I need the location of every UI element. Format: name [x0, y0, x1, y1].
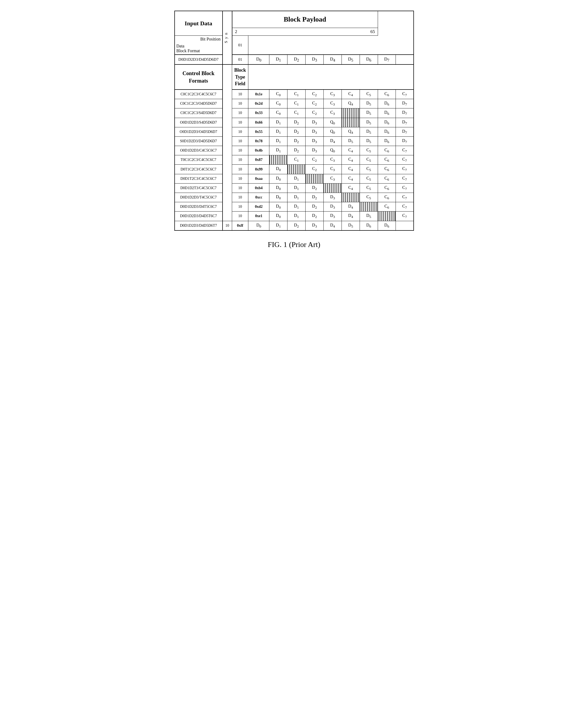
cbf-c2-1: C2	[306, 99, 324, 108]
cbf-c3-0: C3	[323, 89, 341, 99]
cbf-d7-3: D7	[396, 118, 414, 127]
cbf-c1-2: C1	[288, 108, 306, 118]
cbf-d0-11: D0	[269, 193, 288, 202]
cbf-syn-0: 10	[232, 89, 248, 99]
cbf-hex-0: 0x1e	[248, 89, 269, 99]
cbf-c4-9: C4	[341, 174, 360, 183]
cbf-c6-11: C6	[378, 193, 396, 202]
d4-cell: D4	[323, 55, 341, 64]
cbf-row-7: T0C1C2C3/C4C5C6C7 10 0x87 C1 C2 C3 C4 C5…	[175, 155, 414, 165]
main-table: Input Data S y n Block Payload 2 65	[174, 11, 414, 231]
cbf-d0-12: D0	[269, 202, 288, 211]
cbf-d4-14: D4	[323, 221, 341, 230]
cbf-hex-9: 0xaa	[248, 174, 269, 183]
cbf-d7-1: D7	[396, 99, 414, 108]
cbf-d3-11: D3	[323, 193, 341, 202]
cbf-syn-7: 10	[232, 155, 248, 165]
cbf-c7-12: C7	[396, 202, 414, 211]
cbf-d0-13: D0	[269, 211, 288, 221]
input-data-cell: Input Data	[175, 11, 223, 36]
cbf-d2-14: D2	[288, 221, 306, 230]
cbf-row-3: O0D1D2D3/S4D5D6D7 10 0x66 D1 D2 D3 Q0 D5…	[175, 118, 414, 127]
cbf-row-6: O0D1D2D3/C4C5C6C7 10 0x4b D1 D2 D3 Q0 C4…	[175, 146, 414, 155]
cbf-c5-10: C5	[360, 183, 378, 193]
cbf-d7-14: D6	[378, 221, 396, 230]
cbf-hex-3: 0x66	[248, 118, 269, 127]
cbf-d7-4: D7	[396, 127, 414, 136]
header-row-3: Bit Position 01	[175, 36, 414, 43]
cbf-c2-8: C2	[306, 165, 324, 174]
cbf-c3-1: C3	[323, 99, 341, 108]
cbf-row-2: C0C1C2C3/S4D5D6D7 10 0x33 C0 C1 C2 C3 D5…	[175, 108, 414, 118]
block-payload-cell: Block Payload	[232, 11, 378, 28]
cbf-c0-2: C0	[269, 108, 288, 118]
cbf-d3-5: D3	[306, 136, 324, 146]
cbf-row-0: C0C1C2C3/C4C5C6C7 10 0x1e C0 C1 C2 C3 C4…	[175, 89, 414, 99]
cbf-c6-12: C6	[378, 202, 396, 211]
cbf-c5-0: C5	[360, 89, 378, 99]
cbf-row-1: C0C1C2C3/O4D5D6D7 10 0x2d C0 C1 C2 C3 Q4…	[175, 99, 414, 108]
cbf-row-10: D0D1D2T3/C4C5C6C7 10 0xb4 D0 D1 D2 C4 C5…	[175, 183, 414, 193]
cbf-d2-4: D2	[288, 127, 306, 136]
cbf-d5-13: D5	[360, 211, 378, 221]
cbf-c7-9: C7	[396, 174, 414, 183]
cbf-c3-8: C3	[323, 165, 341, 174]
cbf-d3-13: D3	[323, 211, 341, 221]
cbf-label-1: C0C1C2C3/O4D5D6D7	[175, 99, 223, 108]
cbf-stripe-t4-11	[341, 193, 360, 202]
data-row-syn: 01	[232, 55, 248, 64]
cbf-syn-10: 10	[232, 183, 248, 193]
cbf-d0-14: D0	[248, 221, 269, 230]
inner-pos-row: 2 65	[232, 28, 378, 36]
bit-position-cell: Bit Position	[175, 36, 223, 43]
cbf-row-13: D0D1D2D3/D4D5T6C7 10 0xe1 D0 D1 D2 D3 D4…	[175, 211, 414, 221]
cbf-d1-10: D1	[288, 183, 306, 193]
cbf-q0-6: Q0	[323, 146, 341, 155]
cbf-syn-8: 10	[232, 165, 248, 174]
pos-65-cell: 65	[362, 28, 378, 36]
cbf-hex-14: 0xff	[232, 221, 248, 230]
control-block-row: Control BlockFormats BlockTypeField	[175, 64, 414, 77]
cbf-d6-3: D6	[378, 118, 396, 127]
cbf-d5b-5: D5	[360, 136, 378, 146]
cbf-c5-9: C5	[360, 174, 378, 183]
cbf-d1-5: D1	[269, 136, 288, 146]
cbf-label-11: D0D1D2D3/T4C5C6C7	[175, 193, 223, 202]
cbf-row-11: D0D1D2D3/T4C5C6C7 10 0xcc D0 D1 D2 D3 C5…	[175, 193, 414, 202]
cbf-c1-0: C1	[288, 89, 306, 99]
cbf-syn-1: 10	[232, 99, 248, 108]
cbf-d4-12: D4	[341, 202, 360, 211]
cbf-hex-2: 0x33	[248, 108, 269, 118]
syn-header-cell: S y n	[223, 11, 232, 64]
cbf-label-7: T0C1C2C3/C4C5C6C7	[175, 155, 223, 165]
cbf-c4-6: C4	[341, 146, 360, 155]
cbf-stripe-t6-13	[378, 211, 396, 221]
cbf-d1-6: D1	[269, 146, 288, 155]
cbf-stripe-t5-12	[360, 202, 378, 211]
cbf-c5-8: C5	[360, 165, 378, 174]
cbf-syn-4: 10	[232, 127, 248, 136]
cbf-d7-5: D7	[396, 136, 414, 146]
cbf-c2-7: C2	[306, 155, 324, 165]
cbf-label-5: S0D1D2D3/D4D5D6D7	[175, 136, 223, 146]
cbf-hex-6: 0x4b	[248, 146, 269, 155]
cbf-label-2: C0C1C2C3/S4D5D6D7	[175, 108, 223, 118]
cbf-syn-6: 10	[232, 146, 248, 155]
inner-pos-table: 2 65	[232, 28, 378, 36]
cbf-c5-11: C5	[360, 193, 378, 202]
pos-empty	[248, 28, 362, 36]
d5-cell: D5	[341, 55, 360, 64]
cbf-c3-7: C3	[323, 155, 341, 165]
cbf-d1-11: D1	[288, 193, 306, 202]
cbf-stripe-t0-7	[269, 155, 288, 165]
cbf-d6-14: D6	[360, 221, 378, 230]
cbf-d4-5: D4	[323, 136, 341, 146]
cbf-d2-13: D2	[306, 211, 324, 221]
cbf-c6-9: C6	[378, 174, 396, 183]
cbf-stripe-t3-10	[323, 183, 341, 193]
cbf-c4-0: C4	[341, 89, 360, 99]
cbf-d4-13: D4	[341, 211, 360, 221]
cbf-c3-9: C3	[323, 174, 341, 183]
pos-2-cell: 2	[232, 28, 248, 36]
cbf-d0-9: D0	[269, 174, 288, 183]
